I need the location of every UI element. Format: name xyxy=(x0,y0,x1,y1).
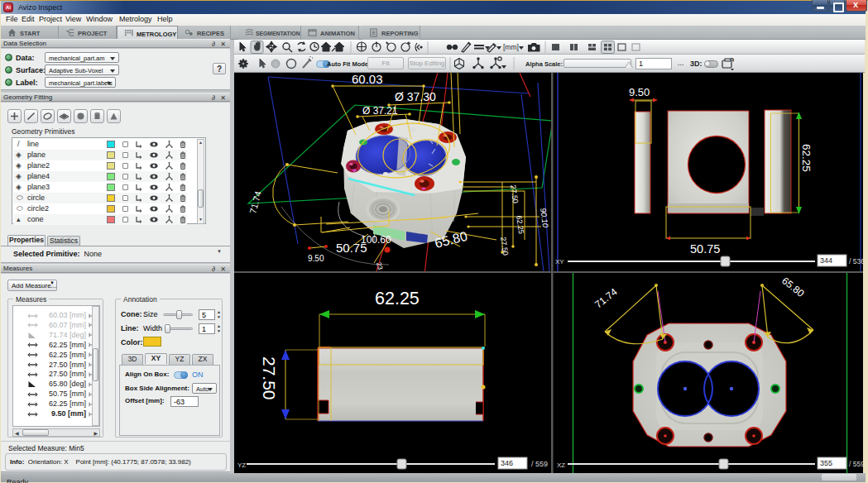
svg-text:346: 346 xyxy=(501,459,513,467)
svg-text:50.75: 50.75 xyxy=(690,242,720,256)
svg-text:60.03: 60.03 xyxy=(352,73,383,86)
svg-text:9.50: 9.50 xyxy=(629,86,650,98)
svg-text:/ 536: / 536 xyxy=(849,257,863,265)
svg-text:/ 559: / 559 xyxy=(849,460,863,468)
svg-text:Ø 37.21: Ø 37.21 xyxy=(362,105,398,117)
svg-text:355: 355 xyxy=(820,459,832,467)
svg-text:/ 559: / 559 xyxy=(531,460,548,468)
svg-text:27.50: 27.50 xyxy=(260,356,279,400)
svg-text:YZ: YZ xyxy=(237,461,246,469)
svg-text:XY: XY xyxy=(555,258,564,265)
svg-text:[mm]: [mm] xyxy=(503,43,519,51)
svg-text:9.50: 9.50 xyxy=(308,254,324,263)
svg-text:344: 344 xyxy=(820,256,832,265)
svg-text:62.25: 62.25 xyxy=(375,289,420,308)
svg-text:62.25: 62.25 xyxy=(800,144,813,172)
svg-text:XZ: XZ xyxy=(557,461,565,469)
svg-text:100.60: 100.60 xyxy=(361,234,391,246)
svg-text:Ø 37.30: Ø 37.30 xyxy=(395,90,436,103)
